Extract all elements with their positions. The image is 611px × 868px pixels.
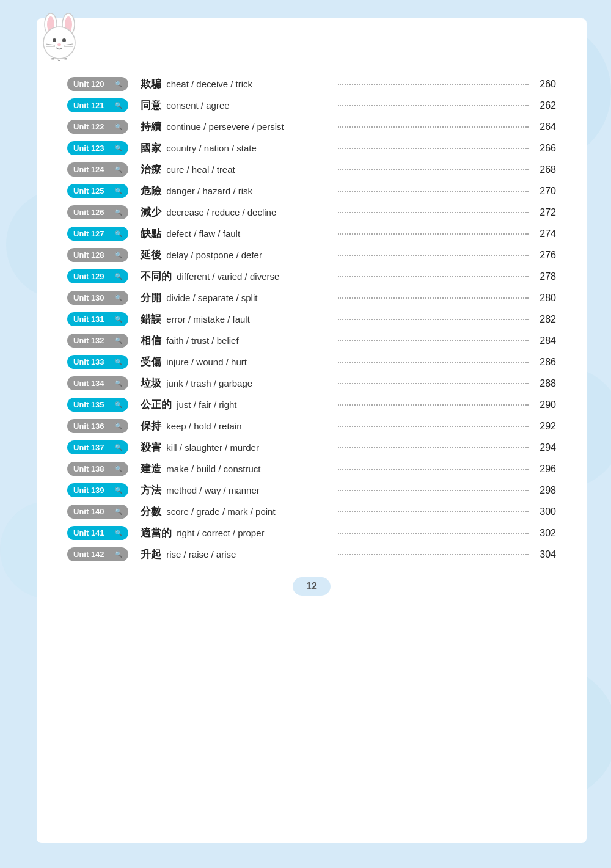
dot-separator [338,255,529,256]
svg-point-6 [62,38,66,42]
unit-badge-121[interactable]: Unit 121🔍 [67,98,128,112]
table-row: Unit 138🔍建造 make / build / construct296 [67,458,556,480]
table-row: Unit 142🔍升起 rise / raise / arise304 [67,544,556,565]
search-icon[interactable]: 🔍 [115,209,122,216]
unit-page-number: 264 [535,122,556,133]
table-row: Unit 129🔍不同的 different / varied / divers… [67,266,556,287]
search-icon[interactable]: 🔍 [115,487,122,494]
unit-badge-127[interactable]: Unit 127🔍 [67,227,128,241]
unit-badge-120[interactable]: Unit 120🔍 [67,77,128,91]
unit-badge-130[interactable]: Unit 130🔍 [67,291,128,305]
unit-page-number: 288 [535,378,556,389]
english-definition: right / correct / proper [174,528,265,538]
dot-separator [338,554,529,555]
svg-point-7 [57,43,61,46]
search-icon[interactable]: 🔍 [115,273,122,280]
search-icon[interactable]: 🔍 [115,252,122,258]
search-icon[interactable]: 🔍 [115,465,122,472]
search-icon[interactable]: 🔍 [115,81,122,87]
search-icon[interactable]: 🔍 [115,423,122,429]
chinese-word: 建造 [141,463,161,475]
unit-content: 國家 country / nation / state [141,141,332,155]
table-row: Unit 120🔍欺騙 cheat / deceive / trick260 [67,73,556,95]
unit-content: 分數 score / grade / mark / point [141,505,332,519]
unit-badge-131[interactable]: Unit 131🔍 [67,312,128,326]
search-icon[interactable]: 🔍 [115,530,122,536]
english-definition: divide / separate / split [164,293,257,303]
unit-badge-133[interactable]: Unit 133🔍 [67,355,128,369]
search-icon[interactable]: 🔍 [115,401,122,408]
unit-label: Unit 142 [73,550,111,559]
chinese-word: 方法 [141,484,161,496]
unit-page-number: 274 [535,228,556,239]
unit-badge-132[interactable]: Unit 132🔍 [67,334,128,348]
search-icon[interactable]: 🔍 [115,294,122,301]
search-icon[interactable]: 🔍 [115,123,122,130]
unit-badge-141[interactable]: Unit 141🔍 [67,526,128,540]
unit-badge-136[interactable]: Unit 136🔍 [67,419,128,433]
unit-page-number: 278 [535,271,556,282]
search-icon[interactable]: 🔍 [115,316,122,323]
unit-content: 同意 consent / agree [141,98,332,112]
units-list: Unit 120🔍欺騙 cheat / deceive / trick260Un… [67,73,556,565]
table-row: Unit 124🔍治療 cure / heal / treat268 [67,159,556,180]
chinese-word: 危險 [141,185,161,197]
chinese-word: 持續 [141,121,161,133]
search-icon[interactable]: 🔍 [115,166,122,173]
unit-badge-137[interactable]: Unit 137🔍 [67,440,128,454]
search-icon[interactable]: 🔍 [115,145,122,151]
unit-badge-134[interactable]: Unit 134🔍 [67,376,128,390]
search-icon[interactable]: 🔍 [115,551,122,558]
unit-badge-135[interactable]: Unit 135🔍 [67,398,128,412]
unit-page-number: 282 [535,314,556,325]
english-definition: score / grade / mark / point [164,506,276,517]
unit-content: 分開 divide / separate / split [141,291,332,305]
chinese-word: 保持 [141,420,161,432]
unit-badge-125[interactable]: Unit 125🔍 [67,184,128,198]
unit-badge-124[interactable]: Unit 124🔍 [67,162,128,177]
unit-content: 減少 decrease / reduce / decline [141,205,332,219]
chinese-word: 公正的 [141,399,172,410]
unit-badge-122[interactable]: Unit 122🔍 [67,120,128,134]
table-row: Unit 137🔍殺害 kill / slaughter / murder294 [67,437,556,458]
search-icon[interactable]: 🔍 [115,102,122,109]
unit-label: Unit 132 [73,336,111,345]
unit-badge-142[interactable]: Unit 142🔍 [67,547,128,561]
unit-badge-126[interactable]: Unit 126🔍 [67,205,128,219]
dot-separator [338,404,529,406]
search-icon[interactable]: 🔍 [115,359,122,365]
english-definition: defect / flaw / fault [164,228,240,239]
table-row: Unit 136🔍保持 keep / hold / retain292 [67,415,556,437]
unit-label: Unit 127 [73,229,111,238]
unit-page-number: 292 [535,421,556,432]
unit-badge-129[interactable]: Unit 129🔍 [67,269,128,283]
chinese-word: 不同的 [141,271,172,282]
search-icon[interactable]: 🔍 [115,508,122,515]
unit-label: Unit 126 [73,208,111,217]
unit-badge-128[interactable]: Unit 128🔍 [67,248,128,262]
unit-badge-140[interactable]: Unit 140🔍 [67,505,128,519]
chinese-word: 國家 [141,142,161,154]
unit-label: Unit 130 [73,293,111,302]
table-row: Unit 139🔍方法 method / way / manner298 [67,480,556,501]
search-icon[interactable]: 🔍 [115,444,122,451]
unit-badge-139[interactable]: Unit 139🔍 [67,483,128,497]
unit-page-number: 290 [535,399,556,410]
chinese-word: 同意 [141,100,161,111]
unit-badge-138[interactable]: Unit 138🔍 [67,462,128,476]
unit-label: Unit 137 [73,443,111,452]
dot-separator [338,126,529,128]
unit-content: 欺騙 cheat / deceive / trick [141,77,332,91]
english-definition: rise / raise / arise [164,549,236,560]
english-definition: error / mistake / fault [164,314,250,324]
dot-separator [338,426,529,427]
unit-content: 危險 danger / hazard / risk [141,184,332,198]
unit-badge-123[interactable]: Unit 123🔍 [67,141,128,155]
chinese-word: 分開 [141,292,161,304]
search-icon[interactable]: 🔍 [115,230,122,237]
search-icon[interactable]: 🔍 [115,380,122,387]
search-icon[interactable]: 🔍 [115,337,122,344]
unit-page-number: 296 [535,464,556,475]
search-icon[interactable]: 🔍 [115,188,122,194]
unit-content: 相信 faith / trust / belief [141,334,332,348]
